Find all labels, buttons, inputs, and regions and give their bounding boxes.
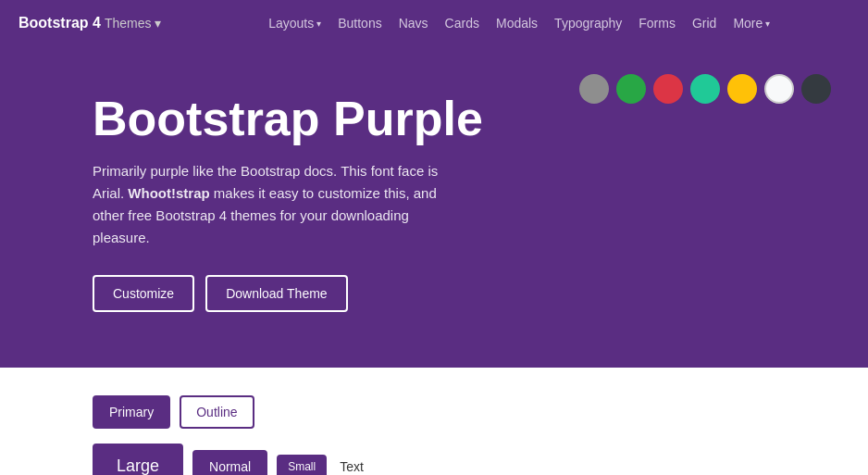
small-button[interactable]: Small	[277, 455, 327, 475]
swatch-teal[interactable]	[690, 74, 720, 104]
navbar-nav: Layouts ▾ Buttons Navs Cards Modals Typo…	[189, 16, 849, 31]
swatch-dark[interactable]	[801, 74, 831, 104]
nav-item-cards[interactable]: Cards	[445, 16, 479, 31]
layouts-caret-icon: ▾	[316, 19, 321, 29]
color-swatches	[579, 74, 831, 104]
text-button[interactable]: Text	[336, 452, 367, 475]
themes-caret-icon: ▾	[155, 16, 161, 31]
hero-buttons: Customize Download Theme	[93, 275, 831, 312]
nav-item-layouts[interactable]: Layouts ▾	[268, 16, 321, 31]
nav-item-grid[interactable]: Grid	[692, 16, 716, 31]
hero-desc-brand: Whoot!strap	[128, 185, 209, 201]
customize-button[interactable]: Customize	[93, 275, 194, 312]
nav-item-modals[interactable]: Modals	[496, 16, 538, 31]
more-caret-icon: ▾	[765, 19, 770, 29]
navbar-themes-dropdown[interactable]: Themes ▾	[105, 16, 162, 31]
nav-item-typography[interactable]: Typography	[554, 16, 622, 31]
navbar-themes-label: Themes	[105, 16, 152, 31]
nav-item-buttons[interactable]: Buttons	[338, 16, 381, 31]
navbar: Bootstrap 4 Themes ▾ Layouts ▾ Buttons N…	[0, 0, 868, 46]
large-button[interactable]: Large	[93, 444, 183, 475]
navbar-brand[interactable]: Bootstrap 4	[19, 15, 101, 31]
swatch-gray[interactable]	[579, 74, 609, 104]
swatch-yellow[interactable]	[727, 74, 757, 104]
swatch-green[interactable]	[616, 74, 646, 104]
nav-item-forms[interactable]: Forms	[639, 16, 676, 31]
button-row-1: Primary Outline	[93, 395, 775, 429]
outline-button[interactable]: Outline	[180, 395, 254, 429]
nav-item-navs[interactable]: Navs	[399, 16, 428, 31]
content-section: Primary Outline Large Normal Small Text …	[0, 368, 868, 475]
hero-section: Bootstrap Purple Primarily purple like t…	[0, 46, 868, 368]
swatch-white[interactable]	[764, 74, 794, 104]
button-row-2: Large Normal Small Text	[93, 444, 775, 475]
normal-button[interactable]: Normal	[192, 450, 267, 475]
download-theme-button[interactable]: Download Theme	[205, 275, 347, 312]
nav-item-more[interactable]: More ▾	[733, 16, 770, 31]
primary-button[interactable]: Primary	[93, 395, 170, 429]
swatch-red[interactable]	[653, 74, 683, 104]
hero-description: Primarily purple like the Bootstrap docs…	[93, 160, 444, 249]
